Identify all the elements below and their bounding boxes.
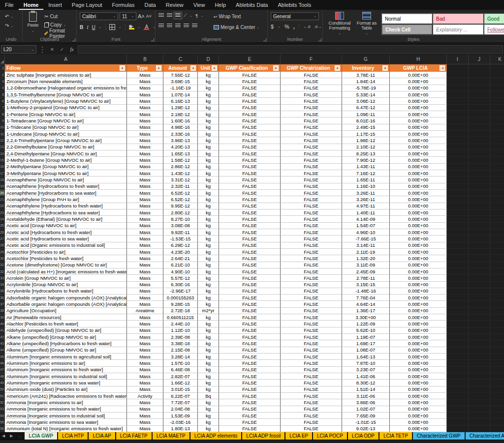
cell-g5[interactable]: 5.33E-14 [342,91,390,98]
cell-c41[interactable]: 1.12E-10 [163,327,198,334]
menu-tab-home[interactable]: Home [19,0,44,10]
cell-j20[interactable] [469,190,490,196]
row-number-14[interactable]: 14 [0,150,5,157]
cell-d25[interactable]: kg [198,223,219,229]
cell-j51[interactable] [469,393,490,399]
cell-c54[interactable]: 1.53E-09 [163,413,198,419]
cell-a17[interactable]: 3-Methylpentane [Group NMVOC to air] [5,170,127,177]
cell-e6[interactable]: FALSE [219,98,281,104]
cell-k52[interactable] [490,399,504,406]
accounting-format-icon[interactable]: $ [271,24,274,30]
cell-d27[interactable]: kg [198,236,219,242]
cell-f41[interactable]: FALSE [281,327,342,334]
cell-j49[interactable] [469,380,490,386]
cell-a21[interactable]: Acenaphthylene [Group PAH to air] [5,196,127,203]
cell-b48[interactable]: Mass [127,373,163,380]
cell-a10[interactable]: 1-Tridecane [Group NMVOC to air] [5,124,127,131]
cell-k5[interactable] [490,91,504,98]
cell-e56[interactable]: FALSE [219,426,281,432]
header-cell-type[interactable]: Type▼ [127,64,163,72]
cell-e45[interactable]: FALSE [219,354,281,360]
cell-j26[interactable] [469,229,490,236]
row-number-2[interactable]: 2 [0,72,5,78]
cell-b7[interactable]: Mass [127,105,163,111]
row-number-36[interactable]: 36 [0,295,5,301]
cell-c52[interactable]: 7.72E-07 [163,399,198,406]
cell-d35[interactable]: kg [198,288,219,295]
cell-b28[interactable]: Mass [127,242,163,249]
cell-h16[interactable]: 0.00E+00 [390,164,447,170]
cell-k41[interactable] [490,327,504,334]
cell-f38[interactable]: FALSE [281,308,342,314]
sheet-tab-lcia-adp-fossil[interactable]: LCIA ADP fossil [242,432,284,440]
orientation-icon[interactable]: ⟋ [184,13,187,18]
cell-h25[interactable]: 0.00E+00 [390,223,447,229]
menu-tab-data[interactable]: Data [139,0,160,10]
cell-a50[interactable]: Aluminium oxide (dust) [Particles to air… [5,386,127,393]
cell-d55[interactable]: kg [198,419,219,425]
cell-j48[interactable] [469,373,490,380]
cell-f30[interactable]: FALSE [281,255,342,262]
cell-a34[interactable]: Acrylonitrile [Group NMVOC to air] [5,282,127,288]
row-number-24[interactable]: 24 [0,216,5,222]
cell-k44[interactable] [490,347,504,354]
cell-c6[interactable]: 6.16E-13 [163,98,198,104]
cell-f53[interactable]: FALSE [281,406,342,413]
cell-f26[interactable]: FALSE [281,229,342,236]
redo-button[interactable]: ↷⌄ [4,22,14,30]
cell-j52[interactable] [469,399,490,406]
cell-i32[interactable] [447,268,469,275]
filter-icon-inventory[interactable]: ▼ [382,65,388,71]
cell-d20[interactable]: kg [198,190,219,196]
cell-c21[interactable]: 6.52E-12 [163,196,198,203]
cell-a56[interactable]: Ammonium (total N) [Inorganic emissions … [5,426,127,432]
cell-k7[interactable] [490,105,504,111]
row-number-42[interactable]: 42 [0,334,5,340]
cell-f21[interactable]: FALSE [281,196,342,203]
borders-icon[interactable] [109,24,115,30]
cell-a14[interactable]: 2,4-Dimethylpentane [Group NMVOC to air] [5,150,127,157]
cancel-icon[interactable]: ✕ [48,47,56,52]
row-number-8[interactable]: 8 [0,111,5,118]
cell-k45[interactable] [490,354,504,360]
cell-f40[interactable]: FALSE [281,321,342,327]
number-dialog-launcher[interactable] [318,38,321,41]
cell-d50[interactable]: kg [198,386,219,393]
cell-g49[interactable]: 8.30E-12 [342,380,390,386]
sheet-nav-more-icon[interactable]: … [16,432,24,440]
sheet-tab-lcia-odp[interactable]: LCIA ODP [348,432,378,440]
filter-icon-gwp-lcia[interactable]: ↓▼ [440,65,445,71]
align-right-icon[interactable] [175,24,181,28]
cell-f32[interactable]: FALSE [281,268,342,275]
cell-j5[interactable] [469,91,490,98]
cell-j42[interactable] [469,334,490,340]
row-number-13[interactable]: 13 [0,144,5,150]
cell-i41[interactable] [447,327,469,334]
bold-button[interactable]: B [80,25,83,30]
cell-i37[interactable] [447,301,469,307]
cell-e34[interactable]: FALSE [219,282,281,288]
cell-b5[interactable]: Mass [127,91,163,98]
comma-style-icon[interactable]: , [293,24,295,30]
row-number-54[interactable]: 54 [0,413,5,419]
cell-k22[interactable] [490,203,504,209]
cell-j3[interactable] [469,78,490,85]
cell-h15[interactable]: 0.00E+00 [390,157,447,163]
cell-b3[interactable]: Mass [127,78,163,85]
cell-j29[interactable] [469,249,490,255]
cell-f43[interactable]: FALSE [281,340,342,347]
cell-j36[interactable] [469,295,490,301]
cell-h37[interactable]: 0.00E+00 [390,301,447,307]
cell-f12[interactable]: FALSE [281,137,342,144]
cell-g16[interactable]: 1.43E-11 [342,164,390,170]
cell-j56[interactable] [469,426,490,432]
cell-c8[interactable]: 2.18E-12 [163,111,198,118]
sheet-tab-characterized-gwp[interactable]: Characterized GWP [413,432,465,440]
cell-c48[interactable]: 2.82E-07 [163,373,198,380]
cell-c33[interactable]: 5.57E-12 [163,275,198,281]
cell-b46[interactable]: Mass [127,360,163,366]
align-top-icon[interactable] [158,13,164,18]
fill-color-button[interactable] [129,25,134,30]
sheet-tab-lcia-maetp[interactable]: LCIA MAETP [153,432,189,440]
cell-a15[interactable]: 2-Methyl-1-butene [Group NMVOC to air] [5,157,127,163]
